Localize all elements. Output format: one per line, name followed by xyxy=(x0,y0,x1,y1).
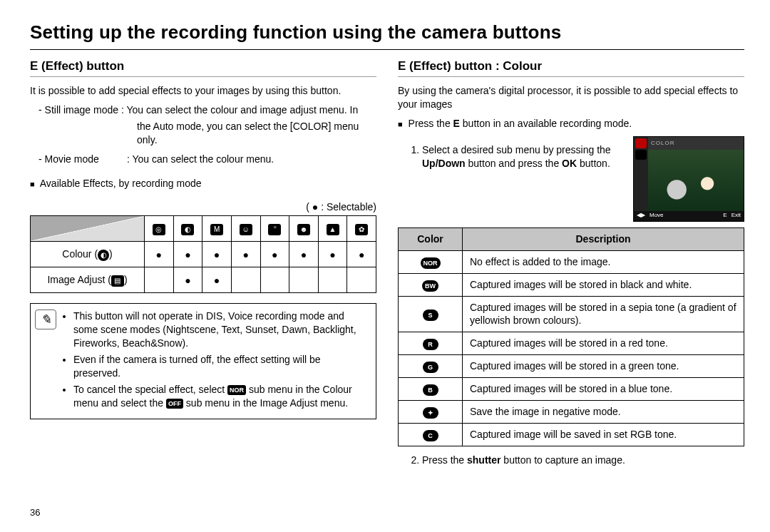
note-item-2: Even if the camera is turned off, the ef… xyxy=(73,353,369,380)
step-1: Select a desired sub menu by pressing th… xyxy=(422,143,626,170)
cell xyxy=(260,267,289,293)
note-icon: ✎ xyxy=(35,310,56,329)
lcd-icon xyxy=(635,150,647,160)
table-corner xyxy=(31,216,145,242)
closeup-icon: ✿ xyxy=(355,224,368,235)
color-desc-cell: Captured images will be stored in black … xyxy=(463,273,744,296)
cell: ● xyxy=(202,242,232,267)
color-desc-cell: Captured images will be stored in a red … xyxy=(463,332,744,355)
mode-still-line: - Still image mode : You can select the … xyxy=(30,103,376,117)
row-image-adjust-text: Image Adjust ( xyxy=(47,274,111,285)
legend: ( ● : Selectable) xyxy=(30,200,376,214)
image-adjust-chip-icon: ▤ xyxy=(111,275,124,287)
lcd-top-label: COLOR xyxy=(648,137,744,150)
nor-chip-icon: NOR xyxy=(227,385,246,395)
color-pill-icon: ✦ xyxy=(423,407,438,419)
lcd-body xyxy=(648,150,744,211)
mode-still-label: - Still image mode : xyxy=(38,104,124,116)
mode-col-7: ▲ xyxy=(318,216,347,242)
table-row: ✦Save the image in negative mode. xyxy=(399,401,744,424)
note-body: This button will not operate in DIS, Voi… xyxy=(61,310,369,412)
program-icon: ◐ xyxy=(181,224,194,235)
cell: ● xyxy=(202,267,232,293)
note-item-3: To cancel the special effect, select NOR… xyxy=(73,383,369,410)
cell: ● xyxy=(289,242,319,267)
color-icon-cell: NOR xyxy=(399,250,463,273)
landscape-icon: ▲ xyxy=(327,224,339,235)
color-icon-cell: R xyxy=(399,332,463,355)
color-icon-cell: C xyxy=(399,424,463,446)
color-desc-cell: Captured images will be stored in a blue… xyxy=(463,378,744,401)
mode-col-2: ◐ xyxy=(173,216,202,242)
cell: ● xyxy=(318,242,347,267)
mode-still-text-a: You can select the colour and image adju… xyxy=(126,104,358,116)
table-row: BWCaptured images will be stored in blac… xyxy=(399,273,744,296)
lcd-sidebar xyxy=(634,137,648,211)
row-image-adjust-label: Image Adjust (▤) xyxy=(31,267,145,293)
left-heading: E (Effect) button xyxy=(30,58,376,75)
cell: ● xyxy=(260,242,289,267)
color-desc-cell: Save the image in negative mode. xyxy=(463,401,744,424)
lcd-e-icon: E xyxy=(723,212,727,220)
lcd-move: Move xyxy=(650,212,664,220)
step1-b: Up/Down xyxy=(422,158,466,169)
step1-c: button and press the xyxy=(466,158,562,169)
camera-icon: ◎ xyxy=(153,224,165,235)
page-number: 36 xyxy=(30,506,40,519)
cell xyxy=(289,267,319,293)
row-image-adjust-suffix: ) xyxy=(124,274,128,285)
mode-movie-label: - Movie mode xyxy=(38,153,124,166)
mode-still-line-b: the Auto mode, you can select the [COLOR… xyxy=(30,120,376,133)
cell xyxy=(347,267,376,293)
color-icon-cell: S xyxy=(399,296,463,332)
step2-b: shutter xyxy=(467,454,500,466)
left-column: E (Effect) button It is possible to add … xyxy=(30,58,376,471)
note-box: ✎ This button will not operate in DIS, V… xyxy=(30,303,376,419)
step2-a: Press the xyxy=(422,454,467,466)
cell: ● xyxy=(347,242,376,267)
mode-movie-text: : You can select the colour menu. xyxy=(127,153,274,165)
table-row: RCaptured images will be stored in a red… xyxy=(399,332,744,355)
color-pill-icon: B xyxy=(423,384,438,396)
avail-heading: Available Effects, by recording mode xyxy=(40,178,202,189)
mode-still-line-c: only. xyxy=(30,133,376,147)
row-colour-label: Colour (◐) xyxy=(31,242,145,267)
note3-c: sub menu in the Image Adjust menu. xyxy=(183,397,348,409)
note3-a: To cancel the special effect, select xyxy=(73,384,227,395)
th-desc: Description xyxy=(463,227,744,250)
table-row: BCaptured images will be stored in a blu… xyxy=(399,378,744,401)
color-pill-icon: C xyxy=(423,430,438,441)
table-row: GCaptured images will be stored in a gre… xyxy=(399,355,744,378)
lcd-exit: Exit xyxy=(732,212,741,220)
press-e-bold: E xyxy=(453,118,460,129)
cell xyxy=(231,267,260,293)
square-bullet-icon: ■ xyxy=(30,179,35,190)
color-icon-cell: ✦ xyxy=(399,401,463,424)
note-item-1: This button will not operate in DIS, Voi… xyxy=(73,310,369,350)
page-title: Setting up the recording function using … xyxy=(30,20,744,45)
step1-a: Select a desired sub menu by pressing th… xyxy=(422,144,611,155)
color-pill-icon: BW xyxy=(422,280,438,292)
child-icon: ☻ xyxy=(297,224,310,235)
color-pill-icon: S xyxy=(423,310,438,321)
color-desc-cell: Captured images will be stored in a gree… xyxy=(463,355,744,378)
color-pill-icon: G xyxy=(423,362,438,373)
table-row: Colour (◐) ● ● ● ● ● ● ● ● xyxy=(31,242,376,267)
color-desc-cell: Captured images will be stored in a sepi… xyxy=(463,296,744,332)
table-row: Image Adjust (▤) ● ● xyxy=(31,267,376,293)
cell: ● xyxy=(173,267,202,293)
mode-col-8: ✿ xyxy=(347,216,376,242)
step2-c: button to capture an image. xyxy=(500,454,625,466)
cell: ● xyxy=(145,242,174,267)
left-subrule xyxy=(30,76,376,77)
color-desc-cell: No effect is added to the image. xyxy=(463,250,744,273)
right-intro: By using the camera's digital processor,… xyxy=(398,84,744,111)
left-intro: It is possible to add special effects to… xyxy=(30,84,376,98)
mode-col-3: M xyxy=(202,216,232,242)
right-column: E (Effect) button : Colour By using the … xyxy=(398,58,744,471)
lcd-icon xyxy=(635,138,647,148)
mode-col-6: ☻ xyxy=(289,216,319,242)
off-chip-icon: OFF xyxy=(166,399,183,409)
effects-table: ◎ ◐ M ☺ ⸋ ☻ ▲ ✿ Colour (◐) ● ● ● ● ● ● ● xyxy=(30,215,376,293)
square-bullet-icon: ■ xyxy=(398,119,403,130)
